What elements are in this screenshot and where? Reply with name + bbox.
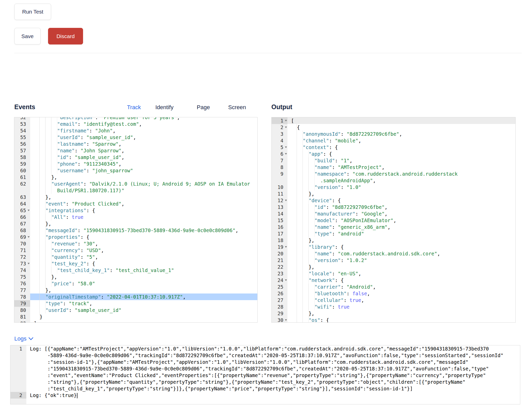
code-text[interactable]: "model": "AOSPonIAEmulator", [287,217,515,224]
code-line[interactable]: 2 { [272,124,515,131]
code-text[interactable]: }, [287,310,515,317]
code-text[interactable]: "device": { [287,197,515,204]
code-text[interactable]: "wifi": true [287,303,515,310]
code-line[interactable]: 2Log: {"ok":true} [10,392,520,399]
code-text[interactable]: "userAgent": "Dalvik/2.1.0 (Linux; U; An… [30,180,257,194]
code-line[interactable]: 52 "description": "Premium user for 5 ye… [14,117,257,121]
line-number[interactable]: 12 [272,197,287,204]
line-number[interactable]: 14 [272,210,287,217]
code-line[interactable]: 60 "username": "john_sparrow" [14,167,257,174]
line-number[interactable]: 1 [272,117,287,124]
code-line[interactable]: 19 "library": { [272,244,515,250]
line-number[interactable]: 53 [14,121,30,127]
code-line[interactable]: 67 }, [14,220,257,227]
code-text[interactable]: { [287,124,515,131]
code-line[interactable]: 4 "channel": "mobile", [272,137,515,144]
code-line[interactable]: 54 "firstname": "John", [14,127,257,134]
tab-identify[interactable]: Identify [155,104,174,111]
code-text[interactable]: "app": { [287,151,515,157]
code-text[interactable]: "namespace": "com.rudderstack.android.ru… [287,171,515,184]
code-text[interactable]: "event": "Product Clicked", [30,200,257,207]
code-line[interactable]: 10 "version": "1.0" [272,184,515,190]
code-line[interactable]: 28 "wifi": true [272,303,515,310]
code-text[interactable]: "carrier": "Android", [287,284,515,290]
line-number[interactable]: 10 [272,184,287,190]
line-number[interactable]: 17 [272,230,287,237]
code-text[interactable]: "name": "generic_x86_arm", [287,224,515,230]
run-test-button[interactable]: Run Test [14,4,51,20]
logs-toggle[interactable]: Logs [14,335,33,342]
code-line[interactable]: 26 "bluetooth": false, [272,290,515,297]
line-number[interactable]: 69 [14,234,30,240]
line-number[interactable]: 18 [272,237,287,244]
code-text[interactable]: }, [30,274,257,280]
code-line[interactable]: 53 "email": "identify@test.com", [14,121,257,127]
fold-icon[interactable] [285,127,287,128]
code-text[interactable]: "phone": "9112340345", [30,161,257,167]
save-button[interactable]: Save [14,28,41,44]
line-number[interactable]: 19 [272,244,287,250]
code-line[interactable]: 82] [14,320,257,323]
fold-icon[interactable] [285,120,287,121]
code-line[interactable]: 66 "All": true [14,214,257,220]
line-number[interactable]: 81 [14,313,30,320]
code-text[interactable]: "version": "1.0.2" [287,257,515,264]
code-text[interactable]: } [30,313,257,320]
line-number[interactable]: 20 [272,250,287,257]
line-number[interactable]: 58 [14,154,30,161]
code-text[interactable]: Log: {"ok":true} [26,392,520,399]
code-text[interactable]: "network": { [287,277,515,284]
code-line[interactable]: 74 "test_child_key_1": "test_child_value… [14,267,257,274]
line-number[interactable]: 15 [272,217,287,224]
line-number[interactable]: 8 [272,164,287,171]
code-line[interactable]: 21 "version": "1.0.2" [272,257,515,264]
fold-icon[interactable] [285,153,287,155]
line-number[interactable]: 70 [14,240,30,247]
code-line[interactable]: 13 "id": "8d872292709c6fbe", [272,204,515,210]
code-line[interactable]: 16 "name": "generic_x86_arm", [272,224,515,230]
code-text[interactable]: }, [30,194,257,200]
code-text[interactable]: "All": true [30,214,257,220]
fold-icon[interactable] [285,246,287,248]
code-line[interactable]: 30 "os": { [272,317,515,323]
line-number[interactable]: 4 [272,137,287,144]
line-number[interactable]: 22 [272,264,287,270]
code-line[interactable]: 56 "lastname": "Sparrow", [14,141,257,147]
code-text[interactable]: "username": "john_sparrow" [30,167,257,174]
code-line[interactable]: 77 }, [14,287,257,293]
line-number[interactable]: 63 [14,194,30,200]
output-json-editor[interactable]: 1[2 {3 "anonymousId": "8d872292709c6fbe"… [271,117,516,323]
line-number[interactable]: 25 [272,284,287,290]
code-line[interactable]: 9 "namespace": "com.rudderstack.android.… [272,171,515,184]
line-number[interactable]: 11 [272,190,287,197]
code-text[interactable]: "type": "android" [287,230,515,237]
tab-page[interactable]: Page [197,104,210,111]
fold-icon[interactable] [28,210,30,211]
code-text[interactable]: "email": "identify@test.com", [30,121,257,127]
code-text[interactable]: "messageId": "1590431830915-73bed370-588… [30,227,257,234]
code-line[interactable]: 61 }, [14,174,257,180]
tab-track[interactable]: Track [127,104,141,111]
code-line[interactable]: 81 } [14,313,257,320]
code-text[interactable]: "quantity": "5", [30,254,257,260]
line-number[interactable]: 13 [272,204,287,210]
code-line[interactable]: 79 "type": "track", [14,300,257,307]
code-line[interactable]: 72 "quantity": "5", [14,254,257,260]
fold-icon[interactable] [285,319,287,321]
code-line[interactable]: 25 "carrier": "Android", [272,284,515,290]
code-text[interactable]: "test_key_2": { [30,260,257,267]
line-number[interactable]: 57 [14,147,30,154]
code-line[interactable]: 71 "currency": "USD", [14,247,257,254]
code-line[interactable]: 73 "test_key_2": { [14,260,257,267]
code-line[interactable]: 8 "name": "AMTestProject", [272,164,515,171]
code-text[interactable]: "name": "AMTestProject", [287,164,515,171]
discard-button[interactable]: Discard [48,28,83,44]
line-number[interactable]: 77 [14,287,30,293]
code-text[interactable]: Log: [{"appName":"AMTestProject","appVer… [26,345,520,392]
code-line[interactable]: 20 "name": "com.rudderstack.android.sdk.… [272,250,515,257]
code-text[interactable]: "price": "58.0" [30,280,257,287]
code-line[interactable]: 7 "build": "1", [272,157,515,164]
line-number[interactable]: 56 [14,141,30,147]
code-text[interactable]: }, [287,190,515,197]
code-text[interactable]: "build": "1", [287,157,515,164]
